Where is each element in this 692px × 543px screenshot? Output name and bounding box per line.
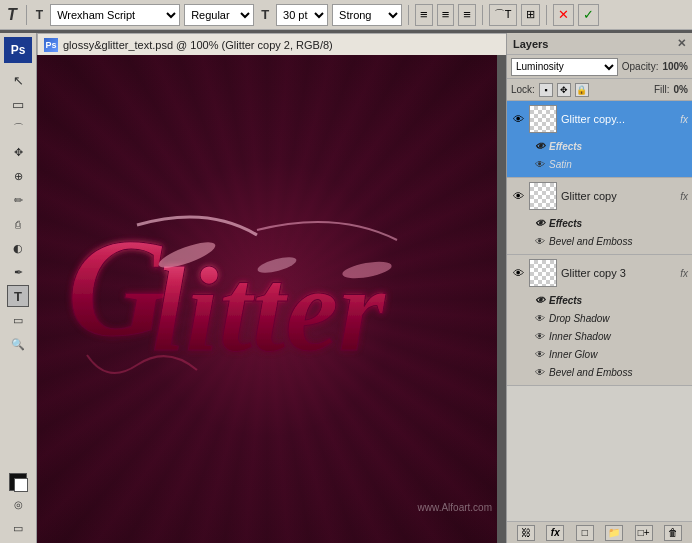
align-left-btn[interactable]: ≡ — [415, 4, 433, 26]
layer-name-1: Glitter copy — [561, 190, 676, 202]
layer-name-0: Glitter copy... — [561, 113, 676, 125]
tool-shape[interactable]: ▭ — [7, 309, 29, 331]
lock-position-btn[interactable]: ✥ — [557, 83, 571, 97]
fill-value: 0% — [674, 84, 688, 95]
layers-header: Layers ✕ — [507, 33, 692, 55]
tool-dodge[interactable]: ◐ — [7, 237, 29, 259]
layer-fx-0[interactable]: fx — [680, 114, 688, 125]
top-toolbar: T T Wrexham Script Regular T 30 pt Stron… — [0, 0, 692, 30]
options-btn[interactable]: ⊞ — [521, 4, 540, 26]
layer-thumb-0 — [529, 105, 557, 133]
effect-eye-satin[interactable]: 👁 — [535, 159, 545, 170]
font-style-select[interactable]: Regular — [184, 4, 254, 26]
ps-logo: Ps — [4, 37, 32, 63]
effects-header-0: 👁 Effects — [535, 137, 688, 155]
effects-header-2: 👁 Effects — [535, 291, 688, 309]
foreground-color[interactable] — [9, 473, 27, 491]
canvas-area: G litter www.Alfoart.com — [37, 55, 497, 543]
tool-type[interactable]: T — [7, 285, 29, 307]
effect-eye-bevel-emboss[interactable]: 👁 — [535, 367, 545, 378]
layer-eye-0[interactable]: 👁 — [511, 112, 525, 126]
layer-thumb-2 — [529, 259, 557, 287]
layer-item-2[interactable]: 👁 Glitter copy 3 fx 👁 Effects 👁 Drop Sha… — [507, 255, 692, 386]
effects-label-0: Effects — [549, 141, 582, 152]
layer-eye-1[interactable]: 👁 — [511, 189, 525, 203]
effects-eye-0[interactable]: 👁 — [535, 141, 545, 152]
commit-btn[interactable]: ✓ — [578, 4, 599, 26]
effects-eye-2[interactable]: 👁 — [535, 295, 545, 306]
delete-layer-btn[interactable]: 🗑 — [664, 525, 682, 541]
effect-name-inner-glow: Inner Glow — [549, 349, 597, 360]
lock-pixel-btn[interactable]: ▪ — [539, 83, 553, 97]
layers-title: Layers — [513, 38, 677, 50]
tool-marquee[interactable]: ▭ — [7, 93, 29, 115]
effects-eye-1[interactable]: 👁 — [535, 218, 545, 229]
effect-eye-bevel[interactable]: 👁 — [535, 236, 545, 247]
layer-main-row-1: 👁 Glitter copy fx — [507, 178, 692, 214]
opacity-value: 100% — [662, 61, 688, 72]
layer-fx-1[interactable]: fx — [680, 191, 688, 202]
effect-name-drop-shadow: Drop Shadow — [549, 313, 610, 324]
tool-arrow[interactable]: ↖ — [7, 69, 29, 91]
align-center-btn[interactable]: ≡ — [437, 4, 455, 26]
tool-pen[interactable]: ✒ — [7, 261, 29, 283]
tool-brush[interactable]: ✏ — [7, 189, 29, 211]
effect-name-bevel-emboss: Bevel and Emboss — [549, 367, 632, 378]
layer-name-2: Glitter copy 3 — [561, 267, 676, 279]
layer-thumb-1 — [529, 182, 557, 210]
add-fx-btn[interactable]: fx — [546, 525, 564, 541]
new-group-btn[interactable]: 📁 — [605, 525, 623, 541]
layers-list: 👁 Glitter copy... fx 👁 Effects 👁 Satin 👁 — [507, 101, 692, 521]
effect-eye-drop-shadow[interactable]: 👁 — [535, 313, 545, 324]
sep3 — [482, 5, 483, 25]
font-icon: T — [33, 8, 46, 22]
left-toolbar: Ps ↖ ▭ ⌒ ✥ ⊕ ✏ ⎙ ◐ ✒ T ▭ 🔍 ◎ ▭ — [0, 33, 37, 543]
effects-label-1: Effects — [549, 218, 582, 229]
tool-lasso[interactable]: ⌒ — [7, 117, 29, 139]
effect-row-inner-glow: 👁 Inner Glow — [535, 345, 688, 363]
effect-row-drop-shadow: 👁 Drop Shadow — [535, 309, 688, 327]
layers-close-btn[interactable]: ✕ — [677, 37, 686, 50]
effect-eye-inner-glow[interactable]: 👁 — [535, 349, 545, 360]
effect-row-bevel: 👁 Bevel and Emboss — [535, 232, 688, 250]
effect-name-inner-shadow: Inner Shadow — [549, 331, 611, 342]
new-layer-btn[interactable]: □+ — [635, 525, 653, 541]
layer-eye-2[interactable]: 👁 — [511, 266, 525, 280]
font-size-select[interactable]: 30 pt — [276, 4, 328, 26]
blend-mode-select[interactable]: Luminosity — [511, 58, 618, 76]
layer-item-0[interactable]: 👁 Glitter copy... fx 👁 Effects 👁 Satin — [507, 101, 692, 178]
quick-mask-btn[interactable]: ◎ — [7, 493, 29, 515]
canvas-background: G litter www.Alfoart.com — [37, 55, 497, 543]
link-layers-btn[interactable]: ⛓ — [517, 525, 535, 541]
align-right-btn[interactable]: ≡ — [458, 4, 476, 26]
layer-effects-1: 👁 Effects 👁 Bevel and Emboss — [507, 214, 692, 254]
layers-lock-row: Lock: ▪ ✥ 🔒 Fill: 0% — [507, 79, 692, 101]
layer-main-row-0: 👁 Glitter copy... fx — [507, 101, 692, 137]
warp-text-btn[interactable]: ⌒T — [489, 4, 517, 26]
tool-zoom[interactable]: 🔍 — [7, 333, 29, 355]
layer-main-row-2: 👁 Glitter copy 3 fx — [507, 255, 692, 291]
layer-effects-0: 👁 Effects 👁 Satin — [507, 137, 692, 177]
sep2 — [408, 5, 409, 25]
font-size-icon: T — [258, 7, 272, 22]
tool-crop[interactable]: ✥ — [7, 141, 29, 163]
effect-row-bevel-emboss: 👁 Bevel and Emboss — [535, 363, 688, 381]
lock-all-btn[interactable]: 🔒 — [575, 83, 589, 97]
layer-fx-2[interactable]: fx — [680, 268, 688, 279]
ps-doc-icon: Ps — [44, 38, 58, 52]
effect-name-satin: Satin — [549, 159, 572, 170]
anti-alias-select[interactable]: Strong — [332, 4, 402, 26]
sep4 — [546, 5, 547, 25]
sep1 — [26, 5, 27, 25]
tool-clone[interactable]: ⎙ — [7, 213, 29, 235]
effect-row-inner-shadow: 👁 Inner Shadow — [535, 327, 688, 345]
tool-heal[interactable]: ⊕ — [7, 165, 29, 187]
screen-mode-btn[interactable]: ▭ — [7, 517, 29, 539]
add-mask-btn[interactable]: □ — [576, 525, 594, 541]
effect-eye-inner-shadow[interactable]: 👁 — [535, 331, 545, 342]
layer-item-1[interactable]: 👁 Glitter copy fx 👁 Effects 👁 Bevel and … — [507, 178, 692, 255]
lock-label: Lock: — [511, 84, 535, 95]
cancel-btn[interactable]: ✕ — [553, 4, 574, 26]
glitter-text-svg: G litter — [57, 155, 477, 475]
font-family-select[interactable]: Wrexham Script — [50, 4, 180, 26]
